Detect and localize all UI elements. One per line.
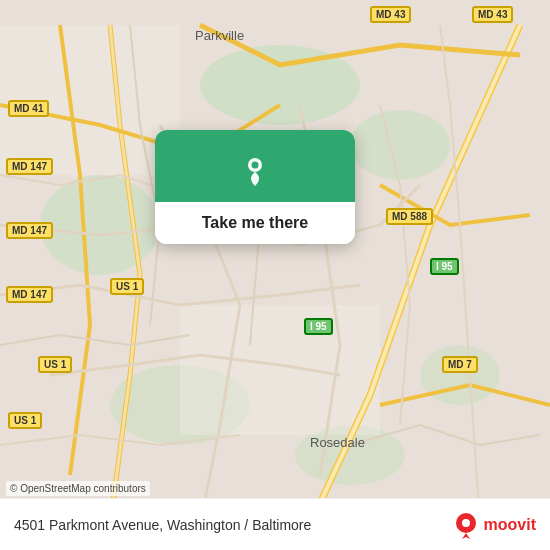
- moovit-logo: moovit: [452, 511, 536, 539]
- popup-card-header: [155, 130, 355, 202]
- bottom-bar: 4501 Parkmont Avenue, Washington / Balti…: [0, 498, 550, 550]
- svg-rect-7: [0, 25, 180, 175]
- svg-point-5: [420, 345, 500, 405]
- moovit-text: moovit: [484, 516, 536, 534]
- location-pin-icon: [235, 148, 275, 188]
- svg-point-3: [350, 110, 450, 180]
- moovit-pin-icon: [452, 511, 480, 539]
- svg-point-13: [462, 519, 470, 527]
- map-container: Parkville Rosedale MD 43 MD 43 MD 41 MD …: [0, 0, 550, 550]
- svg-point-11: [252, 162, 259, 169]
- popup-card-bottom[interactable]: Take me there: [155, 202, 355, 244]
- take-me-there-button[interactable]: Take me there: [202, 214, 308, 232]
- svg-rect-8: [180, 305, 380, 435]
- svg-point-2: [40, 175, 160, 275]
- popup-card: Take me there: [155, 130, 355, 244]
- address-text: 4501 Parkmont Avenue, Washington / Balti…: [14, 517, 311, 533]
- copyright-text: © OpenStreetMap contributors: [6, 481, 150, 496]
